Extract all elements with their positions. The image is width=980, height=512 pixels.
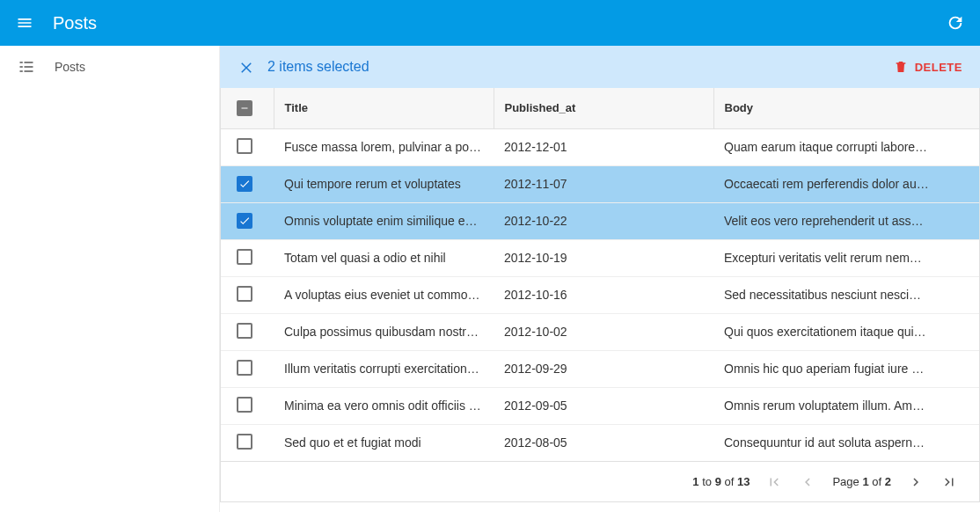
page-indicator: Page 1 of 2 — [832, 475, 891, 488]
cell-published-at: 2012-12-01 — [494, 128, 713, 165]
first-page-icon — [766, 474, 782, 490]
clear-selection-button[interactable] — [234, 55, 259, 79]
cell-body: Occaecati rem perferendis dolor au… — [713, 165, 979, 202]
last-page-button[interactable] — [940, 473, 958, 491]
row-checkbox[interactable] — [237, 176, 252, 192]
menu-button[interactable] — [14, 12, 35, 33]
page-title: Posts — [53, 13, 945, 33]
table-row[interactable]: Sed quo et et fugiat modi2012-08-05Conse… — [221, 424, 979, 461]
table-row[interactable]: Omnis voluptate enim similique est…2012-… — [221, 202, 979, 239]
cell-published-at: 2012-10-22 — [494, 202, 713, 239]
row-checkbox-cell — [221, 424, 274, 461]
table-row[interactable]: Fusce massa lorem, pulvinar a pos…2012-1… — [221, 128, 979, 165]
cell-title: Minima ea vero omnis odit officiis … — [274, 387, 494, 424]
cell-published-at: 2012-09-29 — [494, 350, 713, 387]
cell-title: Totam vel quasi a odio et nihil — [274, 239, 494, 276]
column-header-body[interactable]: Body — [713, 88, 979, 128]
close-icon — [238, 59, 254, 75]
cell-body: Sed necessitatibus nesciunt nesci… — [713, 276, 979, 313]
row-checkbox[interactable] — [237, 323, 252, 339]
selection-banner: 2 items selected DELETE — [220, 46, 980, 88]
cell-body: Omnis hic quo aperiam fugiat iure … — [713, 350, 979, 387]
row-checkbox[interactable] — [237, 286, 252, 302]
list-icon — [18, 58, 35, 76]
cell-published-at: 2012-11-07 — [494, 165, 713, 202]
chevron-right-icon — [908, 474, 924, 490]
cell-body: Excepturi veritatis velit rerum nem… — [713, 239, 979, 276]
row-checkbox[interactable] — [237, 434, 252, 450]
row-checkbox-cell — [221, 313, 274, 350]
select-all-header — [221, 88, 274, 128]
cell-published-at: 2012-10-02 — [494, 313, 713, 350]
cell-title: Fusce massa lorem, pulvinar a pos… — [274, 128, 494, 165]
row-checkbox-cell — [221, 202, 274, 239]
cell-body: Consequuntur id aut soluta aspern… — [713, 424, 979, 461]
cell-published-at: 2012-08-05 — [494, 424, 713, 461]
table-row[interactable]: Culpa possimus quibusdam nostru…2012-10-… — [221, 313, 979, 350]
table-row[interactable]: Minima ea vero omnis odit officiis …2012… — [221, 387, 979, 424]
row-checkbox-cell — [221, 276, 274, 313]
cell-body: Omnis rerum voluptatem illum. Am… — [713, 387, 979, 424]
row-checkbox[interactable] — [237, 397, 252, 413]
row-checkbox[interactable] — [237, 213, 252, 229]
pagination-range: 1 to 9 of 13 — [692, 475, 750, 488]
cell-body: Velit eos vero reprehenderit ut ass… — [713, 202, 979, 239]
cell-title: Omnis voluptate enim similique est… — [274, 202, 494, 239]
appbar: Posts — [0, 0, 980, 46]
data-table: Title Published_at Body Fusce massa lore… — [220, 88, 980, 462]
row-checkbox-cell — [221, 350, 274, 387]
cell-title: Illum veritatis corrupti exercitation… — [274, 350, 494, 387]
sidebar-item-label: Posts — [55, 60, 85, 74]
row-checkbox[interactable] — [237, 249, 252, 265]
sidebar: Posts — [0, 46, 220, 512]
table-row[interactable]: Illum veritatis corrupti exercitation…20… — [221, 350, 979, 387]
main-content: 2 items selected DELETE — [220, 46, 980, 512]
table-row[interactable]: Totam vel quasi a odio et nihil2012-10-1… — [221, 239, 979, 276]
pagination-bar: 1 to 9 of 13 Page 1 of 2 — [220, 462, 980, 502]
row-checkbox-cell — [221, 239, 274, 276]
cell-published-at: 2012-09-05 — [494, 387, 713, 424]
cell-published-at: 2012-10-19 — [494, 239, 713, 276]
next-page-button[interactable] — [907, 473, 925, 491]
table-row[interactable]: A voluptas eius eveniet ut commod…2012-1… — [221, 276, 979, 313]
refresh-icon — [946, 13, 965, 33]
delete-button-label: DELETE — [915, 61, 962, 74]
delete-button[interactable]: DELETE — [894, 60, 962, 74]
first-page-button[interactable] — [765, 473, 783, 491]
row-checkbox-cell — [221, 387, 274, 424]
cell-title: A voluptas eius eveniet ut commod… — [274, 276, 494, 313]
row-checkbox[interactable] — [237, 360, 252, 376]
prev-page-button[interactable] — [799, 473, 816, 491]
cell-body: Qui quos exercitationem itaque qui… — [713, 313, 979, 350]
sidebar-item-posts[interactable]: Posts — [0, 46, 219, 88]
select-all-checkbox[interactable] — [237, 100, 252, 116]
column-header-title[interactable]: Title — [274, 88, 494, 128]
cell-published-at: 2012-10-16 — [494, 276, 713, 313]
cell-title: Sed quo et et fugiat modi — [274, 424, 494, 461]
trash-icon — [894, 60, 908, 74]
row-checkbox-cell — [221, 165, 274, 202]
chevron-left-icon — [800, 474, 815, 490]
row-checkbox[interactable] — [237, 138, 252, 154]
cell-title: Qui tempore rerum et voluptates — [274, 165, 494, 202]
last-page-icon — [941, 474, 957, 490]
table-header-row: Title Published_at Body — [221, 88, 979, 128]
hamburger-icon — [16, 14, 33, 32]
row-checkbox-cell — [221, 128, 274, 165]
cell-title: Culpa possimus quibusdam nostru… — [274, 313, 494, 350]
cell-body: Quam earum itaque corrupti labore… — [713, 128, 979, 165]
table-row[interactable]: Qui tempore rerum et voluptates2012-11-0… — [221, 165, 979, 202]
selection-count-label: 2 items selected — [267, 59, 894, 75]
column-header-published-at[interactable]: Published_at — [494, 88, 713, 128]
refresh-button[interactable] — [945, 12, 966, 33]
